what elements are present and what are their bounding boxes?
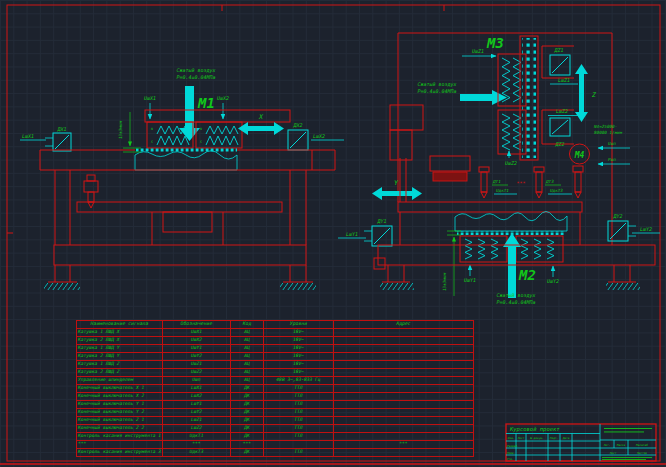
table-cell: ТТЛ bbox=[263, 433, 333, 441]
sensor-dz2-label: ДZ2 bbox=[554, 141, 564, 147]
coil-ux1-label: UшХ1 bbox=[144, 95, 156, 101]
table-cell: Контроль касания инструмента 1 bbox=[77, 433, 163, 441]
table-cell bbox=[333, 425, 473, 433]
sensor-dz2: LшZ2 ДZ2 bbox=[548, 108, 578, 147]
table-cell: Катушка 1 ЛШД Z bbox=[77, 361, 163, 369]
table-cell: Катушка 1 ЛШД X bbox=[77, 329, 163, 337]
table-cell: LшZ2 bbox=[162, 425, 230, 433]
cad-drawing-canvas: Сжатый воздух P=0.4±0.04МПа M1 UшХ1 UшХ2… bbox=[0, 0, 666, 467]
table-cell: ДК bbox=[230, 433, 263, 441]
table-row: Конечный выключатель Z 2LшZ2ДКТТЛ bbox=[77, 425, 474, 433]
air-note-line1-m1: Сжатый воздух bbox=[176, 67, 215, 74]
pole-n-label: N bbox=[150, 127, 153, 131]
z-axis-arrow bbox=[575, 64, 588, 122]
x-axis-label: X bbox=[258, 113, 264, 121]
signal-ly2-label: LшY2 bbox=[640, 226, 652, 232]
title-block-org-text bbox=[602, 459, 646, 460]
air-gap-dim-text: 13±3мкм bbox=[118, 121, 123, 140]
counterweight-solid bbox=[433, 172, 467, 181]
table-cell: LшY2 bbox=[162, 409, 230, 417]
motor-m4-label: M4 bbox=[574, 151, 585, 160]
tool-drill bbox=[88, 192, 94, 202]
table-cell: АЦ bbox=[230, 377, 263, 385]
motor-m3-label: M3 bbox=[486, 35, 504, 51]
y-axis-arrow bbox=[372, 187, 422, 200]
table-cell: ДК bbox=[230, 409, 263, 417]
table-cell: UдкТ1 bbox=[162, 433, 230, 441]
table-cell: *** bbox=[230, 441, 263, 449]
table-cell bbox=[333, 345, 473, 353]
tools-ellipsis: *** bbox=[516, 180, 525, 186]
coil-winding bbox=[491, 239, 498, 259]
table-cell: Uшп bbox=[162, 377, 230, 385]
coil-winding bbox=[547, 239, 554, 259]
coil-winding bbox=[521, 239, 528, 259]
table-cell bbox=[333, 385, 473, 393]
table-cell bbox=[333, 401, 473, 409]
table-cell: UшХ1 bbox=[162, 329, 230, 337]
table-row: ************ bbox=[77, 441, 474, 449]
table-cell bbox=[333, 393, 473, 401]
air-note-line2-m2: P=0.4±0.04МПа bbox=[496, 299, 535, 305]
table-cell: LшХ2 bbox=[162, 393, 230, 401]
air-note-line2-m3: P=0.4±0.04МПа bbox=[417, 88, 456, 94]
table-row: Катушка 1 ЛШД YUшY1АЦ18V~ bbox=[77, 345, 474, 353]
table-cell: Катушка 2 ЛШД Y bbox=[77, 353, 163, 361]
table-header-cell: Адрес bbox=[333, 321, 473, 329]
table-cell: АЦ bbox=[230, 361, 263, 369]
table-cell bbox=[333, 353, 473, 361]
granite-slab bbox=[135, 151, 237, 170]
x-axis-arrow bbox=[238, 122, 284, 135]
air-note-line2-m1: P=0.4±0.04МПа bbox=[176, 74, 215, 80]
table-header-cell: Наименование сигнала bbox=[77, 321, 163, 329]
tb-massa: Масса bbox=[616, 443, 626, 447]
signal-lx1-label: LшХ1 bbox=[22, 133, 34, 139]
table-cell: Конечный выключатель X 2 bbox=[77, 393, 163, 401]
title-block: Курсовой проект Изм. Лист № докум. Подп.… bbox=[506, 424, 656, 461]
table-row: Катушка 2 ЛШД XUшХ2АЦ18V~ bbox=[77, 337, 474, 345]
table-cell: *** bbox=[162, 441, 230, 449]
coil-ux2-label: UшХ2 bbox=[217, 95, 229, 101]
signal-lz1-label: LшZ1 bbox=[558, 77, 570, 83]
tb-col-podp: Подп. bbox=[549, 436, 558, 440]
z-carriage-bracket bbox=[390, 130, 412, 160]
table-cell: ДК bbox=[230, 401, 263, 409]
table-cell: 18V~ bbox=[263, 361, 333, 369]
coil-winding bbox=[206, 136, 238, 145]
air-arrow-right bbox=[460, 90, 507, 105]
table-row: Управление шпинделемUшпАЦ48В 3~,83-833 Г… bbox=[77, 377, 474, 385]
table-cell: Катушка 2 ЛШД X bbox=[77, 337, 163, 345]
tool-dt3-label: ДТ3 bbox=[545, 179, 554, 184]
coil-winding bbox=[478, 239, 485, 259]
table-cell: UшY1 bbox=[162, 345, 230, 353]
table-cell: UдкТ3 bbox=[162, 449, 230, 457]
table-cell bbox=[333, 377, 473, 385]
tb-role-razrab: Разраб. bbox=[507, 444, 519, 448]
spindle-speed-line2: 80000 1/мин bbox=[594, 130, 623, 135]
table-cell: ДК bbox=[230, 393, 263, 401]
table-cell bbox=[333, 361, 473, 369]
ground-hatch bbox=[44, 283, 80, 290]
table-row: Катушка 1 ЛШД ZUшZ1АЦ18V~ bbox=[77, 361, 474, 369]
sensor-dx1: ДХ1 LшХ1 bbox=[20, 126, 71, 151]
machine-table bbox=[398, 202, 582, 212]
coil-winding bbox=[465, 239, 472, 259]
table-cell: *** bbox=[77, 441, 163, 449]
tb-role-prov: Пров. bbox=[506, 451, 515, 455]
tool-dt1-label: ДТ1 bbox=[492, 179, 501, 184]
table-header-row: Наименование сигналаОбозначениеКодУровни… bbox=[77, 321, 474, 329]
table-cell: 18V~ bbox=[263, 329, 333, 337]
table-row: Катушка 1 ЛШД XUшХ1АЦ18V~ bbox=[77, 329, 474, 337]
title-block-project: Курсовой проект bbox=[509, 426, 560, 433]
pole-s-label: S bbox=[151, 140, 153, 144]
sensor-dy1: ДY1 LшY1 bbox=[338, 218, 392, 246]
table-row: Конечный выключатель X 2LшХ2ДКТТЛ bbox=[77, 393, 474, 401]
coil-winding bbox=[157, 136, 189, 145]
title-block-org-text bbox=[604, 432, 644, 433]
table-cell bbox=[333, 449, 473, 457]
table-cell: ДК bbox=[230, 417, 263, 425]
tb-col-izm: Изм. bbox=[507, 436, 515, 440]
spindle-power-label: Pшп bbox=[608, 157, 616, 162]
pole-n-label: N bbox=[199, 127, 202, 131]
table-row: Конечный выключатель Y 1LшY1ДКТТЛ bbox=[77, 401, 474, 409]
